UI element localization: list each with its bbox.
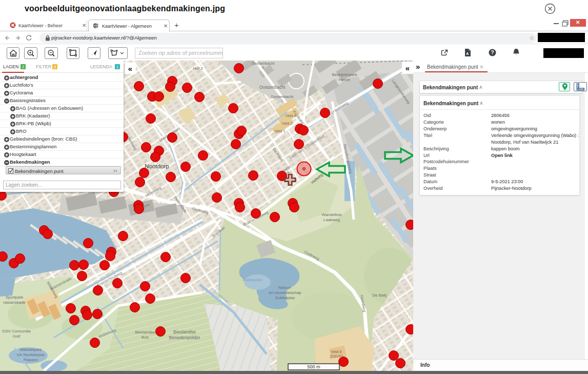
svg-text:«: « xyxy=(405,64,410,72)
svg-text:Veld 2: Veld 2 xyxy=(282,121,293,126)
svg-text:Hof 3: Hof 3 xyxy=(193,66,203,71)
svg-text:DSV Concordia: DSV Concordia xyxy=(2,329,31,333)
svg-text:Natuur-: Natuur- xyxy=(278,285,292,290)
svg-text:Bedrijvenpark: Bedrijvenpark xyxy=(332,72,358,77)
svg-text:Golf: Golf xyxy=(13,334,21,339)
svg-text:«: « xyxy=(128,64,132,73)
svg-text:Bieslandse: Bieslandse xyxy=(135,330,155,334)
svg-text:rasserskade: rasserskade xyxy=(3,300,26,305)
svg-text:I: I xyxy=(281,99,282,103)
svg-text:500 m: 500 m xyxy=(307,364,320,369)
svg-text:Wandelpark: Wandelpark xyxy=(20,347,42,352)
svg-text:en recreatieschap: en recreatieschap xyxy=(269,290,301,295)
svg-text:Oostambacht: Oostambacht xyxy=(259,85,286,90)
svg-text:A: A xyxy=(466,52,469,55)
svg-text:Dobbeplas: Dobbeplas xyxy=(242,278,262,282)
svg-text:Benedenpolder: Benedenpolder xyxy=(169,335,200,340)
svg-text:Dobbeplas: Dobbeplas xyxy=(275,296,295,300)
svg-text:Plassen: Plassen xyxy=(24,358,38,362)
svg-text:Laakweg: Laakweg xyxy=(323,218,340,222)
svg-text:Nootdorp: Nootdorp xyxy=(145,163,169,169)
svg-text:Heron: Heron xyxy=(339,77,350,82)
svg-text:De Balij: De Balij xyxy=(372,293,387,298)
svg-text:II: II xyxy=(262,65,264,70)
svg-text:Sportpark: Sportpark xyxy=(6,295,24,300)
svg-text:Veld 8: Veld 8 xyxy=(331,349,342,354)
svg-text:De Nootdorpse: De Nootdorpse xyxy=(17,352,45,357)
svg-text:Bos: Bos xyxy=(141,335,149,340)
svg-text:Wandelbos: Wandelbos xyxy=(321,212,342,217)
svg-text:?: ? xyxy=(491,50,494,55)
svg-text:Veld 1: Veld 1 xyxy=(275,129,286,133)
svg-text:Bieslandse: Bieslandse xyxy=(173,329,196,334)
